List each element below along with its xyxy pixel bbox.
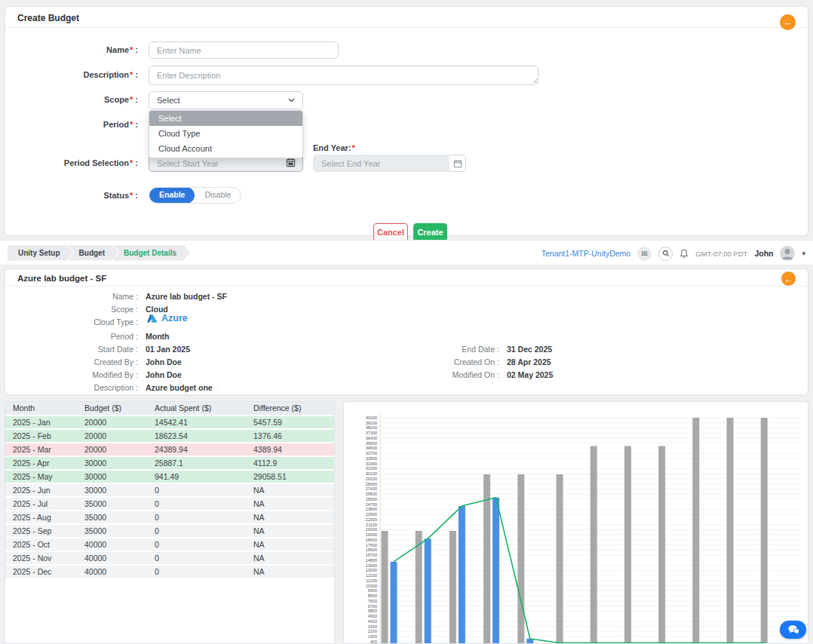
y-tick-label: 13000	[366, 568, 377, 572]
budget-chart-panel: 4000039100382003730036400355003460033700…	[343, 401, 808, 644]
search-icon[interactable]	[658, 247, 673, 261]
table-row: 2025 - Apr3000025887.14112.9	[5, 457, 334, 471]
cell-difference: NA	[246, 538, 333, 550]
end-date-label: End Date:	[322, 345, 499, 354]
y-tick-label: 24700	[366, 502, 377, 507]
cell-budget: 30000	[77, 457, 147, 469]
cell-budget: 35000	[77, 498, 147, 510]
budget-bar	[416, 531, 422, 643]
end-calendar-button[interactable]	[449, 155, 466, 172]
y-tick-label: 35500	[366, 441, 377, 446]
column-difference: Difference ($)	[246, 402, 333, 415]
chat-icon	[787, 624, 800, 635]
created-on-value: 28 Apr 2025	[507, 357, 551, 366]
y-tick-label: 19300	[366, 532, 377, 537]
budget-bar	[692, 418, 699, 643]
cell-actual: 0	[147, 525, 246, 537]
create-button[interactable]: Create	[413, 223, 447, 241]
budget-table-panel: Month Budget ($) Actual Spent ($) Differ…	[5, 401, 335, 644]
y-tick-label: 5800	[368, 609, 377, 613]
end-date-value: 31 Dec 2025	[507, 345, 552, 354]
y-tick-label: 39100	[366, 421, 377, 425]
bell-icon[interactable]	[680, 249, 689, 259]
y-tick-label: 40000	[366, 416, 377, 420]
table-row: 2025 - Nov400000NA	[5, 552, 334, 566]
table-row: 2025 - Jan2000014542.415457.59	[5, 416, 334, 430]
y-tick-label: 4000	[368, 619, 377, 624]
y-tick-label: 23800	[366, 507, 377, 511]
period-selection-label: Period Selection*:	[5, 158, 138, 167]
breadcrumb-budget-details[interactable]: Budget Details	[113, 245, 190, 261]
table-row: 2025 - May30000941.4929058.51	[5, 471, 334, 484]
y-tick-label: 22900	[366, 512, 377, 517]
y-tick-label: 26500	[366, 492, 377, 496]
y-tick-label: 3100	[368, 624, 377, 629]
cell-budget: 35000	[77, 511, 147, 523]
cell-month: 2025 - Jul	[5, 498, 77, 510]
timezone-text: GMT-07:00 PDT	[695, 250, 747, 258]
name-input[interactable]	[149, 41, 339, 59]
cell-budget: 35000	[77, 525, 147, 537]
status-disable-option[interactable]: Disable	[195, 187, 241, 204]
cell-month: 2025 - Apr	[5, 457, 77, 469]
budget-bar	[591, 446, 597, 644]
budget-details-header: Azure lab budget - SF ←	[5, 269, 808, 287]
budget-details-panel: Azure lab budget - SF ← Name: Azure lab …	[5, 268, 808, 395]
cancel-button[interactable]: Cancel	[373, 223, 408, 241]
calendar-icon[interactable]	[286, 158, 296, 167]
y-tick-label: 16600	[366, 547, 377, 552]
cell-budget: 20000	[77, 416, 147, 428]
chevron-down-icon[interactable]: ▾	[802, 250, 805, 257]
table-row: 2025 - Sep350000NA	[5, 525, 334, 538]
mail-icon[interactable]: ✉	[637, 247, 652, 261]
period-label: Period*:	[5, 120, 138, 129]
dropdown-option-cloud-type[interactable]: Cloud Type	[149, 126, 302, 141]
budget-table-body: 2025 - Jan2000014542.415457.592025 - Feb…	[5, 416, 334, 579]
dropdown-option-select[interactable]: Select	[149, 111, 302, 126]
scope-label: Scope*:	[5, 95, 138, 104]
created-on-label: Created On:	[322, 357, 499, 366]
end-year-input[interactable]	[313, 155, 450, 172]
y-tick-label: 10300	[366, 584, 377, 588]
y-tick-label: 38200	[366, 425, 377, 430]
y-tick-label: 21100	[366, 523, 377, 527]
cell-month: 2025 - Mar	[5, 443, 77, 455]
cell-month: 2025 - Dec	[5, 566, 77, 578]
y-tick-label: 20200	[366, 527, 377, 532]
column-budget: Budget ($)	[77, 402, 147, 415]
actual-bar	[425, 538, 431, 643]
status-label: Status*:	[5, 191, 138, 200]
cell-actual: 0	[147, 566, 246, 578]
description-input[interactable]	[149, 66, 538, 85]
cell-difference: 4112.9	[246, 457, 333, 469]
status-enable-option[interactable]: Enable	[149, 187, 195, 204]
dropdown-option-cloud-account[interactable]: Cloud Account	[149, 141, 302, 156]
cell-actual: 24389.94	[147, 443, 246, 455]
description-label: Description*:	[5, 70, 138, 79]
y-tick-label: 31000	[366, 466, 377, 471]
budget-bar	[557, 474, 563, 643]
back-button[interactable]: ←	[780, 14, 796, 30]
detail-scope-label: Scope:	[5, 305, 138, 314]
y-tick-label: 18400	[366, 538, 377, 542]
y-tick-label: 15700	[366, 553, 377, 557]
breadcrumb-budget[interactable]: Budget	[69, 245, 118, 261]
budget-bar	[449, 531, 456, 643]
breadcrumb-unity-setup[interactable]: Unity Setup	[8, 245, 74, 261]
chat-button[interactable]	[780, 621, 806, 639]
chevron-down-icon	[288, 98, 295, 103]
back-button[interactable]: ←	[781, 271, 796, 286]
y-tick-label: 22000	[366, 517, 377, 522]
cell-actual: 0	[147, 498, 246, 510]
cloud-type-value: Azure	[146, 313, 188, 324]
table-header: Month Budget ($) Actual Spent ($) Differ…	[5, 402, 334, 416]
table-row: 2025 - Jul350000NA	[5, 498, 334, 511]
scope-select[interactable]: Select	[149, 91, 303, 109]
tenant-link[interactable]: Tenant1-MTP-UnityDemo	[541, 249, 630, 258]
cell-actual: 0	[147, 511, 246, 523]
y-tick-label: 17500	[366, 543, 377, 547]
y-tick-label: 7600	[368, 599, 377, 603]
cell-difference: NA	[246, 511, 333, 523]
y-tick-label: 25600	[366, 497, 377, 501]
avatar[interactable]	[780, 246, 795, 261]
